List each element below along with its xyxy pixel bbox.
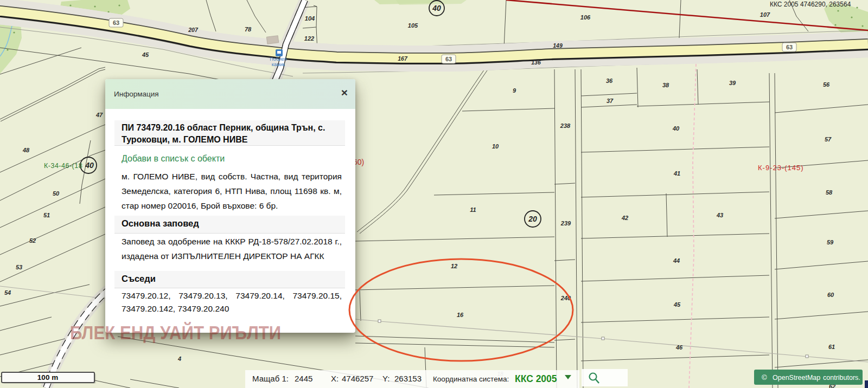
svg-text:40: 40 [85, 161, 94, 170]
svg-text:106: 106 [580, 14, 591, 21]
svg-text:43: 43 [716, 212, 723, 218]
svg-text:40: 40 [672, 125, 680, 132]
svg-text:61: 61 [828, 344, 835, 350]
svg-text:240: 240 [560, 295, 571, 301]
svg-text:39: 39 [729, 80, 736, 86]
svg-text:263153: 263153 [394, 374, 422, 383]
svg-text:238: 238 [560, 122, 571, 129]
svg-text:ККС 2005: ККС 2005 [515, 373, 557, 384]
svg-text:OpenStreetMap: OpenStreetMap [773, 374, 820, 381]
svg-text:2445: 2445 [295, 374, 312, 383]
svg-text:20: 20 [528, 215, 537, 223]
svg-text:47: 47 [95, 112, 103, 118]
svg-text:57: 57 [825, 136, 832, 143]
svg-text:60: 60 [827, 292, 834, 298]
svg-text:36: 36 [606, 77, 613, 84]
svg-text:камик: камик [272, 62, 285, 67]
svg-text:149: 149 [553, 42, 563, 49]
svg-text:44: 44 [673, 257, 680, 264]
svg-text:48: 48 [22, 147, 30, 153]
svg-text:38: 38 [662, 82, 669, 88]
svg-text:41: 41 [673, 170, 680, 177]
svg-text:51: 51 [43, 212, 50, 218]
svg-text:16: 16 [457, 312, 464, 318]
svg-text:9: 9 [513, 87, 516, 94]
svg-text:Побиен: Побиен [270, 56, 287, 62]
svg-text:45: 45 [673, 301, 681, 308]
svg-text:©: © [762, 373, 767, 381]
svg-text:105: 105 [408, 22, 418, 29]
svg-text:4: 4 [177, 355, 181, 362]
svg-text:78: 78 [245, 26, 252, 33]
svg-text:56: 56 [823, 81, 830, 88]
svg-text:К-9-23-(145): К-9-23-(145) [758, 164, 804, 172]
svg-text:Y:: Y: [382, 374, 390, 383]
svg-text:X:: X: [331, 374, 339, 383]
svg-text:54: 54 [4, 289, 11, 296]
svg-text:59: 59 [827, 239, 834, 245]
svg-text:104: 104 [305, 15, 315, 22]
svg-text:4746257: 4746257 [342, 374, 373, 383]
svg-text:Мащаб 1:: Мащаб 1: [252, 374, 289, 383]
svg-text:46: 46 [675, 344, 683, 351]
svg-text:12: 12 [451, 263, 457, 269]
svg-text:167: 167 [398, 55, 408, 62]
svg-text:37: 37 [607, 98, 614, 104]
svg-text:63: 63 [113, 20, 119, 26]
svg-text:63: 63 [786, 44, 793, 50]
svg-text:53: 53 [16, 264, 22, 270]
svg-text:107: 107 [760, 11, 770, 18]
svg-text:136: 136 [531, 59, 541, 66]
svg-text:58: 58 [826, 189, 833, 196]
svg-text:50: 50 [53, 190, 60, 197]
svg-text:10: 10 [492, 143, 499, 150]
svg-text:11: 11 [470, 206, 476, 213]
svg-text:122: 122 [304, 35, 314, 42]
svg-text:К-34-46-(18: К-34-46-(18 [44, 162, 82, 170]
svg-text:45: 45 [142, 51, 149, 58]
svg-text:40: 40 [432, 4, 441, 12]
svg-text:42: 42 [621, 215, 628, 221]
svg-text:contributors.: contributors. [823, 374, 860, 381]
svg-text:52: 52 [29, 237, 36, 244]
svg-text:63: 63 [445, 56, 452, 62]
svg-text:ККС 2005 4746290, 263564: ККС 2005 4746290, 263564 [770, 1, 851, 8]
svg-text:207: 207 [188, 27, 199, 33]
svg-text:100 m: 100 m [37, 373, 58, 381]
svg-text:Координатна система:: Координатна система: [433, 375, 509, 383]
svg-text:239: 239 [560, 220, 571, 227]
